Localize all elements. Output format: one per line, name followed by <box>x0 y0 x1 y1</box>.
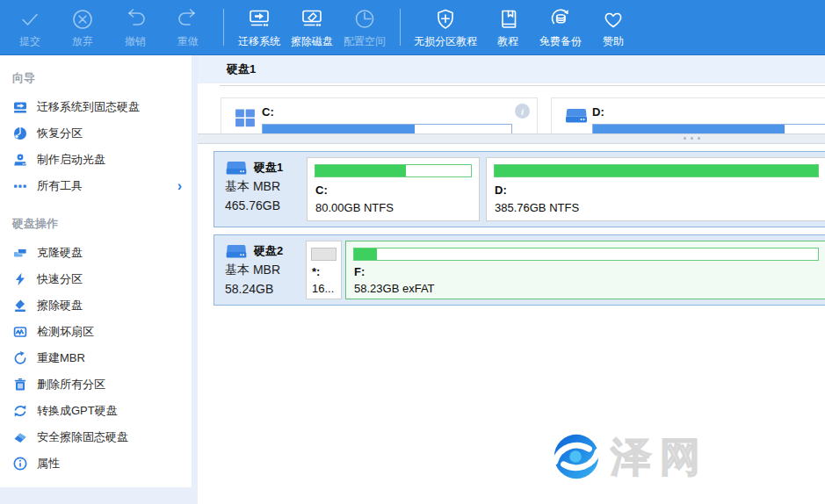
migrate-system-button[interactable]: 迁移系统 <box>237 5 281 49</box>
sidebar-section-disk-operations: 硬盘操作 <box>0 206 192 240</box>
redo-label: 重做 <box>177 34 199 49</box>
migrate-disk-icon <box>247 5 271 33</box>
brush-icon <box>12 299 28 313</box>
sidebar-item-label: 制作启动光盘 <box>37 152 105 168</box>
volume-card-c[interactable]: C: i <box>221 97 538 133</box>
erase-disk-icon <box>300 5 324 33</box>
partition-usage-fill <box>495 165 818 176</box>
disk-icon <box>225 244 248 259</box>
toolbar: 提交 放弃 撤销 重做 迁移系统 擦除磁盘 配置空间 <box>0 0 825 55</box>
erase-disk-label: 擦除磁盘 <box>291 34 333 49</box>
partition-unformatted[interactable]: *: 16... <box>306 241 342 299</box>
lossless-tutorial-label: 无损分区教程 <box>414 34 477 49</box>
main-area: 硬盘1 C: i D: <box>198 55 825 504</box>
donate-button[interactable]: 赞助 <box>591 5 635 49</box>
partition-usage-bar <box>353 248 819 261</box>
splitter-handle-icon <box>684 137 700 140</box>
allocate-space-button[interactable]: 配置空间 <box>343 5 387 49</box>
free-backup-button[interactable]: 免费备份 <box>539 5 583 49</box>
disk-icon <box>225 161 248 176</box>
sidebar-item-clone-disk[interactable]: 克隆硬盘 <box>0 240 192 266</box>
cancel-circle-icon <box>70 5 95 33</box>
tab-disk1[interactable]: 硬盘1 <box>227 61 256 77</box>
erase-disk-button[interactable]: 擦除磁盘 <box>290 5 334 49</box>
discard-button[interactable]: 放弃 <box>61 5 105 49</box>
sidebar-item-label: 克隆硬盘 <box>37 245 83 261</box>
partition-label: C: <box>315 184 328 197</box>
sidebar-item-quick-partition[interactable]: 快速分区 <box>0 266 192 292</box>
partition-f-selected[interactable]: F: 58.23GB exFAT <box>345 241 825 299</box>
partition-size: 58.23GB exFAT <box>354 282 435 295</box>
partition-size: 385.76GB NTFS <box>495 201 579 214</box>
clone-disk-icon <box>12 246 28 260</box>
disk-row-1[interactable]: 硬盘1 基本 MBR 465.76GB C: 80.00GB NTFS D: 3… <box>213 151 825 227</box>
sidebar-item-label: 属性 <box>37 456 60 472</box>
sidebar-item-label: 迁移系统到固态硬盘 <box>37 99 140 115</box>
eraser-icon <box>12 430 28 444</box>
toolbar-separator <box>400 9 401 46</box>
sidebar-item-rebuild-mbr[interactable]: 重建MBR <box>0 345 192 371</box>
allocate-space-label: 配置空间 <box>344 34 386 49</box>
redo-icon <box>176 5 200 33</box>
sidebar-item-check-bad-sectors[interactable]: 检测坏扇区 <box>0 319 192 345</box>
sidebar-section-wizards: 向导 <box>0 61 192 94</box>
volume-usage-fill <box>263 125 415 133</box>
panel-splitter[interactable] <box>198 133 825 144</box>
partition-usage-fill <box>354 248 377 260</box>
info-icon[interactable]: i <box>515 104 530 119</box>
undo-button[interactable]: 撤销 <box>113 5 157 49</box>
commit-label: 提交 <box>19 34 40 49</box>
volume-usage-bar <box>262 124 512 133</box>
volume-card-d[interactable]: D: <box>551 97 825 133</box>
partition-size: 16... <box>312 282 334 295</box>
convert-cycle-icon <box>12 404 28 418</box>
tutorial-button[interactable]: 教程 <box>486 5 530 49</box>
sidebar-item-make-bootable-media[interactable]: 制作启动光盘 <box>0 147 192 173</box>
commit-button[interactable]: 提交 <box>8 5 52 49</box>
sidebar-item-secure-erase-ssd[interactable]: 安全擦除固态硬盘 <box>0 424 192 450</box>
lightning-icon <box>12 272 28 286</box>
sidebar-item-recover-partition[interactable]: 恢复分区 <box>0 120 192 147</box>
sidebar-item-properties[interactable]: 属性 <box>0 450 192 477</box>
all-tools-icon <box>12 179 28 193</box>
partition-d[interactable]: D: 385.76GB NTFS <box>486 157 825 221</box>
sidebar-item-wipe-disk[interactable]: 擦除硬盘 <box>0 292 192 319</box>
partition-usage-bar <box>315 164 472 177</box>
sidebar-item-label: 恢复分区 <box>37 126 83 141</box>
lossless-tutorial-button[interactable]: 无损分区教程 <box>414 5 477 49</box>
partition-size: 80.00GB NTFS <box>315 201 394 214</box>
trash-icon <box>12 378 28 392</box>
chevron-right-icon: › <box>177 179 182 193</box>
disk-row-2[interactable]: 硬盘2 基本 MBR 58.24GB *: 16... F: 58.23GB e… <box>213 234 825 306</box>
drive-icon <box>565 107 586 128</box>
check-icon <box>18 5 42 33</box>
sidebar-item-convert-to-gpt[interactable]: 转换成GPT硬盘 <box>0 398 192 424</box>
sidebar: 向导 迁移系统到固态硬盘 恢复分区 制作启动光盘 所有工具 › <box>0 55 198 504</box>
partition-label: D: <box>495 184 507 197</box>
windows-logo-icon <box>235 107 256 128</box>
discard-label: 放弃 <box>72 34 93 49</box>
heart-icon <box>601 5 626 33</box>
disk-size: 58.24GB <box>225 282 306 296</box>
partition-usage-fill <box>315 165 406 176</box>
sidebar-item-all-tools[interactable]: 所有工具 › <box>0 173 192 199</box>
recover-partition-icon <box>12 126 28 140</box>
migrate-ssd-icon <box>12 100 28 114</box>
volume-label: D: <box>592 105 604 119</box>
partition-c[interactable]: C: 80.00GB NTFS <box>307 157 480 221</box>
shield-plus-icon <box>433 5 458 33</box>
sidebar-item-label: 快速分区 <box>37 271 83 287</box>
info-circle-icon <box>12 457 28 471</box>
sidebar-item-label: 重建MBR <box>37 350 85 366</box>
disk-tabstrip: 硬盘1 <box>198 55 825 83</box>
sidebar-item-delete-all-partitions[interactable]: 删除所有分区 <box>0 371 192 398</box>
disk-list: 硬盘1 基本 MBR 465.76GB C: 80.00GB NTFS D: 3… <box>198 144 825 504</box>
sidebar-item-migrate-os-to-ssd[interactable]: 迁移系统到固态硬盘 <box>0 94 192 120</box>
sidebar-item-label: 删除所有分区 <box>37 377 105 392</box>
disk-name: 硬盘1 <box>254 160 283 176</box>
redo-button[interactable]: 重做 <box>166 5 210 49</box>
watermark-logo-icon <box>549 429 604 484</box>
volume-overview: C: i D: <box>198 86 825 133</box>
rebuild-mbr-icon <box>12 351 28 365</box>
backup-cycle-icon <box>548 5 573 33</box>
